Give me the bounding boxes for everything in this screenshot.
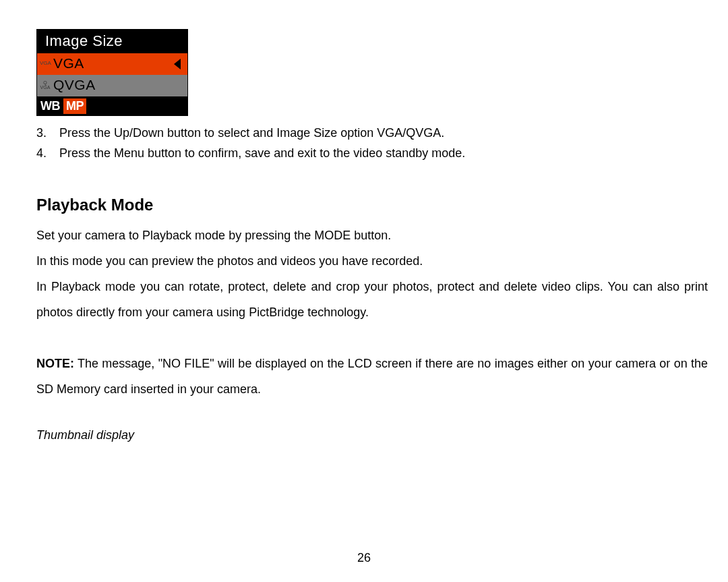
paragraph-2: In this mode you can preview the photos …: [36, 248, 708, 274]
instruction-list: 3. Press the Up/Down button to select an…: [36, 123, 708, 163]
menu-option-vga-selected: VGA VGA: [37, 53, 187, 75]
wb-tab: WB: [38, 98, 62, 114]
image-size-menu-screenshot: Image Size VGA VGA Q VGA QVGA WB MP: [36, 29, 188, 116]
menu-title: Image Size: [37, 30, 187, 53]
menu-footer-tabs: WB MP: [37, 96, 187, 115]
paragraph-3: In Playback mode you can rotate, protect…: [36, 274, 708, 325]
step-number: 3.: [36, 123, 55, 142]
option-qvga-label: QVGA: [53, 77, 96, 93]
step-number: 4.: [36, 144, 55, 163]
menu-option-qvga: Q VGA QVGA: [37, 75, 187, 96]
step-text: Press the Menu button to confirm, save a…: [59, 144, 465, 163]
mp-tab-active: MP: [63, 98, 86, 114]
note-label: NOTE:: [36, 357, 74, 370]
paragraph-1: Set your camera to Playback mode by pres…: [36, 223, 708, 248]
note-paragraph: NOTE: The message, "NO FILE" will be dis…: [36, 351, 708, 402]
option-prefix-tag: VGA: [40, 61, 51, 66]
page-number: 26: [0, 551, 728, 565]
option-vga-label: VGA: [53, 55, 84, 71]
thumbnail-display-subheading: Thumbnail display: [36, 428, 708, 442]
selected-indicator-icon: [174, 59, 181, 69]
instruction-step-4: 4. Press the Menu button to confirm, sav…: [36, 144, 708, 163]
playback-mode-heading: Playback Mode: [36, 196, 708, 214]
body-content: Set your camera to Playback mode by pres…: [36, 223, 708, 402]
step-text: Press the Up/Down button to select and I…: [59, 123, 444, 142]
instruction-step-3: 3. Press the Up/Down button to select an…: [36, 123, 708, 142]
note-text: The message, "NO FILE" will be displayed…: [36, 357, 708, 396]
option-prefix-tag: Q VGA: [40, 80, 51, 90]
